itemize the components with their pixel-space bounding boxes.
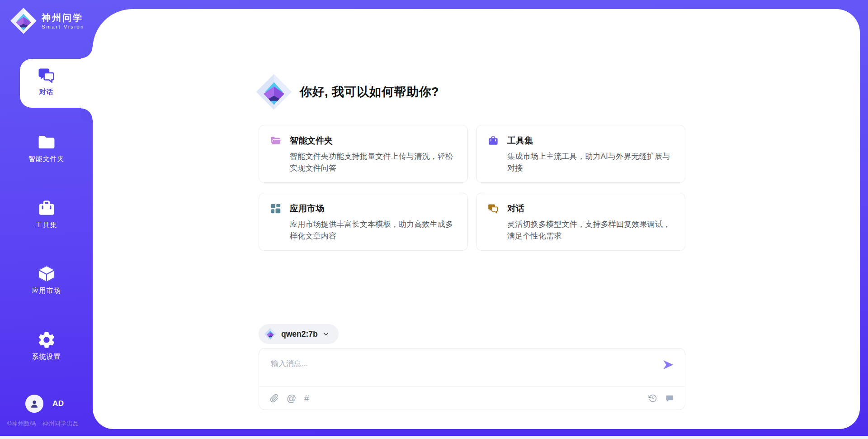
- topic-icon[interactable]: #: [304, 393, 309, 403]
- tab-fillet-bottom: [81, 108, 93, 120]
- feature-card-app-market[interactable]: 应用市场 应用市场提供丰富长文本模板，助力高效生成多样化文章内容: [259, 193, 468, 251]
- brand-subtitle: Smart Vision: [42, 24, 85, 29]
- sidebar-item-toolset[interactable]: 工具集: [0, 198, 93, 229]
- history-icon[interactable]: [648, 394, 657, 403]
- send-button[interactable]: [660, 358, 676, 373]
- chat-icon: [0, 66, 93, 85]
- sidebar: 神州问学 Smart Vision 对话 智能文件夹: [0, 0, 97, 439]
- cube-icon: [0, 264, 93, 284]
- sidebar-item-app-market[interactable]: 应用市场: [0, 264, 93, 295]
- feature-card-toolset[interactable]: 工具集 集成市场上主流工具，助力AI与外界无缝扩展与对接: [476, 125, 685, 183]
- attachment-icon[interactable]: [270, 394, 279, 403]
- mention-icon[interactable]: @: [287, 393, 296, 403]
- quick-phrase-icon[interactable]: [665, 394, 674, 403]
- folder-open-icon: [270, 135, 282, 147]
- card-title: 应用市场: [290, 203, 324, 215]
- card-description: 灵活切换多模型文件，支持多样回复效果调试，满足个性化需求: [507, 219, 676, 243]
- sidebar-item-settings[interactable]: 系统设置: [0, 330, 93, 361]
- person-icon: [28, 398, 40, 410]
- brand: 神州问学 Smart Vision: [10, 7, 85, 34]
- welcome-header: 你好, 我可以如何帮助你?: [255, 73, 439, 110]
- card-description: 智能文件夹功能支持批量文件上传与清洗，轻松实现文件问答: [290, 151, 459, 175]
- horizontal-scrollbar[interactable]: [0, 436, 868, 439]
- feature-card-chat[interactable]: 对话 灵活切换多模型文件，支持多样回复效果调试，满足个性化需求: [476, 193, 685, 251]
- sidebar-item-label: 工具集: [36, 221, 57, 229]
- card-title: 智能文件夹: [290, 135, 333, 147]
- card-title: 对话: [507, 203, 524, 215]
- assistant-logo-icon: [255, 73, 292, 110]
- brand-logo-icon: [10, 7, 37, 34]
- gear-icon: [0, 330, 93, 350]
- grid-icon: [270, 203, 282, 215]
- app-window: 你好, 我可以如何帮助你? 智能文件夹 智能文件夹功能支持批量文件上传与清洗，轻…: [0, 0, 868, 439]
- sidebar-item-label: 应用市场: [32, 286, 61, 294]
- toolbox-icon: [0, 198, 93, 218]
- model-logo-icon: [264, 328, 277, 340]
- avatar: [25, 395, 43, 413]
- sidebar-item-chat[interactable]: 对话: [0, 66, 93, 96]
- user-initials: AD: [52, 399, 64, 408]
- sidebar-item-label: 智能文件夹: [28, 155, 65, 162]
- feature-card-smart-folder[interactable]: 智能文件夹 智能文件夹功能支持批量文件上传与清洗，轻松实现文件问答: [259, 125, 468, 183]
- composer-toolbar: @ #: [259, 387, 685, 410]
- card-description: 应用市场提供丰富长文本模板，助力高效生成多样化文章内容: [290, 219, 459, 243]
- copyright-text: ©神州数码 · 神州问学出品: [7, 420, 79, 428]
- chat-icon: [487, 203, 499, 215]
- feature-cards: 智能文件夹 智能文件夹功能支持批量文件上传与清洗，轻松实现文件问答 工具集 集成…: [259, 125, 685, 251]
- send-icon: [662, 358, 675, 371]
- tab-fillet-top: [81, 47, 93, 59]
- model-name: qwen2:7b: [281, 329, 318, 339]
- user-profile[interactable]: AD: [25, 395, 64, 413]
- greeting-title: 你好, 我可以如何帮助你?: [300, 84, 439, 100]
- card-title: 工具集: [507, 135, 533, 147]
- card-description: 集成市场上主流工具，助力AI与外界无缝扩展与对接: [507, 151, 676, 175]
- toolbox-icon: [487, 135, 499, 147]
- folder-icon: [0, 132, 93, 152]
- message-composer: @ #: [259, 348, 685, 410]
- sidebar-item-label: 系统设置: [32, 353, 61, 360]
- sidebar-item-label: 对话: [39, 88, 54, 95]
- sidebar-item-smart-folder[interactable]: 智能文件夹: [0, 132, 93, 163]
- model-selector[interactable]: qwen2:7b: [259, 324, 339, 344]
- main-panel: 你好, 我可以如何帮助你? 智能文件夹 智能文件夹功能支持批量文件上传与清洗，轻…: [93, 9, 860, 429]
- message-input[interactable]: [271, 355, 632, 372]
- brand-name: 神州问学: [42, 12, 85, 23]
- chevron-down-icon: [322, 330, 330, 338]
